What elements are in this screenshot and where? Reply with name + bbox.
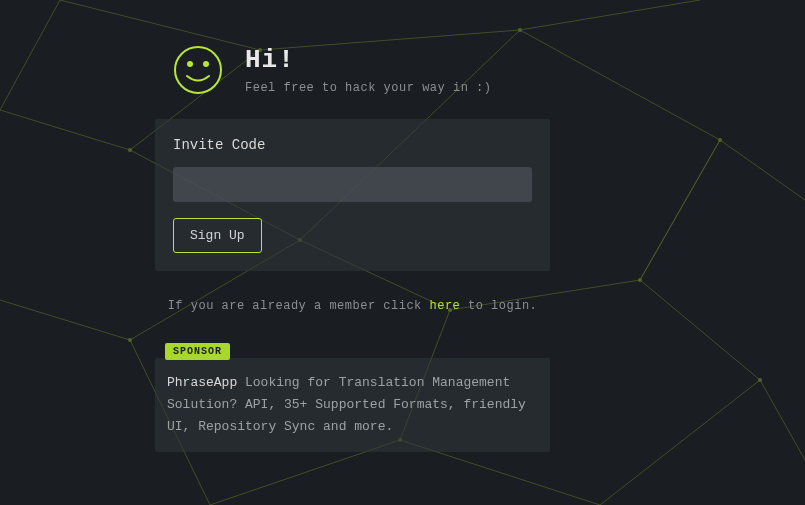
greeting-title: Hi! <box>245 45 491 75</box>
greeting-subtitle: Feel free to hack your way in :) <box>245 81 491 95</box>
svg-point-24 <box>128 148 132 152</box>
login-hint: If you are already a member click here t… <box>155 299 550 313</box>
sponsor-badge: SPONSOR <box>165 343 230 360</box>
svg-line-3 <box>0 0 60 110</box>
svg-line-4 <box>0 110 130 150</box>
svg-line-18 <box>0 300 130 340</box>
main-panel: Hi! Feel free to hack your way in :) Inv… <box>155 45 550 452</box>
svg-point-35 <box>203 61 209 67</box>
svg-point-30 <box>128 338 132 342</box>
login-link[interactable]: here <box>430 299 461 313</box>
svg-line-16 <box>640 140 720 280</box>
sponsor-box: PhraseApp Looking for Translation Manage… <box>155 358 550 452</box>
svg-point-34 <box>187 61 193 67</box>
svg-point-33 <box>175 47 221 93</box>
svg-point-27 <box>638 278 642 282</box>
svg-point-28 <box>718 138 722 142</box>
svg-line-21 <box>600 380 760 505</box>
signup-form: Invite Code Sign Up <box>155 119 550 271</box>
svg-line-14 <box>720 140 805 200</box>
smiley-icon <box>173 45 223 95</box>
sponsor-name[interactable]: PhraseApp <box>167 375 237 390</box>
signup-button[interactable]: Sign Up <box>173 218 262 253</box>
svg-line-12 <box>640 280 760 380</box>
svg-line-15 <box>520 30 720 140</box>
svg-line-20 <box>760 380 805 460</box>
svg-point-32 <box>518 28 522 32</box>
svg-point-31 <box>758 378 762 382</box>
header: Hi! Feel free to hack your way in :) <box>155 45 550 95</box>
invite-code-input[interactable] <box>173 167 532 202</box>
svg-line-2 <box>520 0 700 30</box>
login-prefix: If you are already a member click <box>168 299 430 313</box>
login-suffix: to login. <box>460 299 537 313</box>
svg-line-0 <box>60 0 260 50</box>
invite-code-label: Invite Code <box>173 137 532 153</box>
